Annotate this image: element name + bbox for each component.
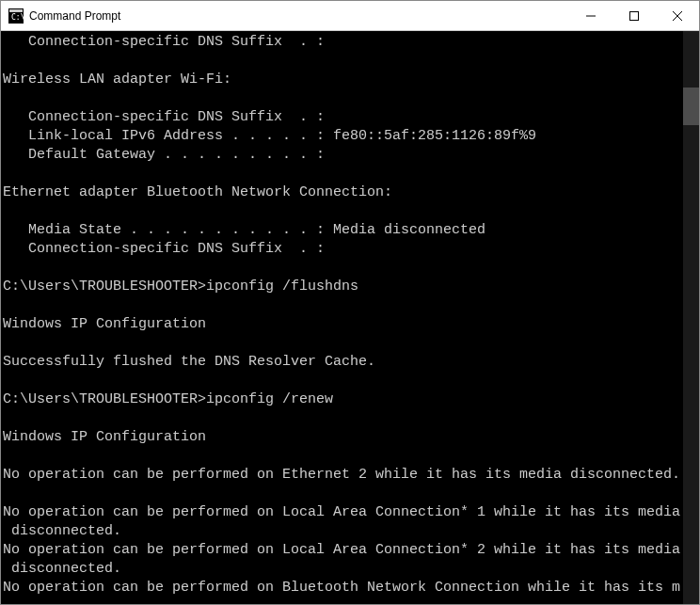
scrollbar-thumb[interactable] <box>683 88 699 125</box>
terminal-line: Windows IP Configuration <box>3 428 683 447</box>
terminal-line: Successfully flushed the DNS Resolver Ca… <box>3 353 683 372</box>
terminal-line: Link-local IPv6 Address . . . . . : fe80… <box>3 127 683 146</box>
terminal-line: No operation can be performed on Bluetoo… <box>3 579 683 597</box>
terminal-line: Default Gateway . . . . . . . . . : <box>3 146 683 165</box>
terminal-line: Connection-specific DNS Suffix . : <box>3 33 683 52</box>
terminal-line: No operation can be performed on Local A… <box>3 541 683 560</box>
terminal-line: Connection-specific DNS Suffix . : <box>3 108 683 127</box>
terminal-line <box>3 202 683 221</box>
terminal-line <box>3 296 683 315</box>
svg-text:C:\: C:\ <box>11 13 24 22</box>
svg-rect-4 <box>630 11 639 20</box>
terminal-line <box>3 485 683 503</box>
terminal-line: C:\Users\TROUBLESHOOTER>ipconfig /flushd… <box>3 278 683 296</box>
window-controls <box>569 1 699 30</box>
terminal-line <box>3 52 683 71</box>
terminal-line: Media State . . . . . . . . . . . : Medi… <box>3 221 683 240</box>
scrollbar[interactable] <box>683 31 699 604</box>
minimize-button[interactable] <box>569 1 612 30</box>
terminal-output[interactable]: Connection-specific DNS Suffix . :Wirele… <box>1 31 683 604</box>
maximize-button[interactable] <box>612 1 656 30</box>
terminal-line <box>3 89 683 108</box>
cmd-icon: C:\ <box>8 8 24 24</box>
terminal-line <box>3 259 683 278</box>
terminal-line <box>3 447 683 466</box>
terminal-line <box>3 372 683 390</box>
terminal-line: disconnected. <box>3 560 683 579</box>
titlebar[interactable]: C:\ Command Prompt <box>1 1 699 31</box>
terminal-container: Connection-specific DNS Suffix . :Wirele… <box>1 31 699 604</box>
terminal-line: C:\Users\TROUBLESHOOTER>ipconfig /renew <box>3 390 683 409</box>
svg-rect-1 <box>9 9 23 12</box>
terminal-line: Wireless LAN adapter Wi-Fi: <box>3 71 683 89</box>
terminal-line <box>3 409 683 428</box>
terminal-line: Connection-specific DNS Suffix . : <box>3 240 683 259</box>
terminal-line <box>3 165 683 183</box>
window-title: Command Prompt <box>29 9 569 23</box>
close-button[interactable] <box>656 1 699 30</box>
terminal-line: No operation can be performed on Etherne… <box>3 466 683 485</box>
terminal-line <box>3 334 683 353</box>
terminal-line: No operation can be performed on Local A… <box>3 503 683 522</box>
terminal-line: disconnected. <box>3 522 683 541</box>
terminal-line: Ethernet adapter Bluetooth Network Conne… <box>3 183 683 202</box>
terminal-line: Windows IP Configuration <box>3 315 683 334</box>
